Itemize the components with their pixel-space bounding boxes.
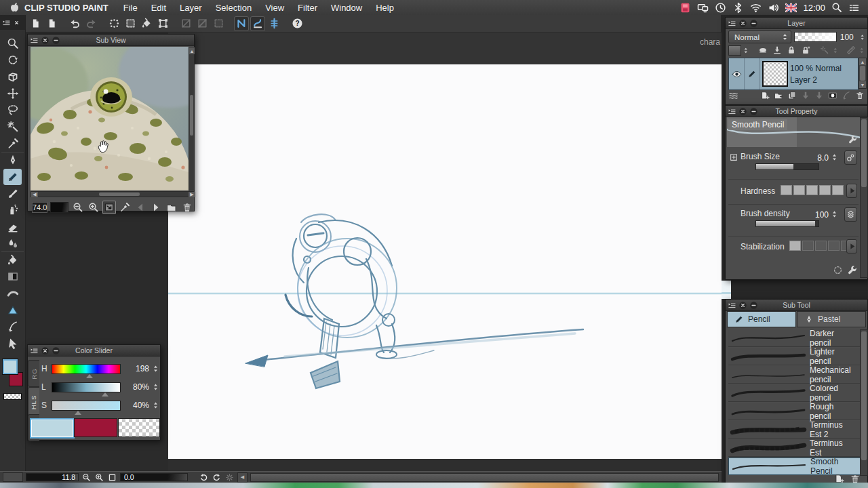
tool-auto-select[interactable] [3, 119, 22, 135]
sub-view-open-file-button[interactable] [165, 201, 178, 214]
tool-zoom[interactable] [3, 35, 22, 52]
merge-down-icon[interactable] [801, 91, 810, 100]
opacity-value[interactable]: 100 [840, 33, 853, 42]
sub-tool-scrollbar[interactable] [860, 329, 868, 476]
menu-file[interactable]: File [117, 3, 144, 13]
wrench-icon[interactable] [848, 135, 858, 145]
canvas-rotation-slider[interactable]: 0.0 [120, 473, 188, 481]
tool-eraser[interactable] [3, 219, 22, 235]
close-icon[interactable] [41, 36, 50, 45]
stepper-icon[interactable] [152, 363, 159, 374]
tool-fill[interactable] [3, 252, 22, 268]
sub-view-previous-button[interactable] [134, 201, 147, 214]
menu-help[interactable]: Help [369, 3, 401, 13]
spotlight-icon[interactable] [831, 2, 842, 13]
menu-selection[interactable]: Selection [209, 3, 258, 13]
document-tab[interactable]: chara [700, 37, 720, 47]
brush-size-pressure-button[interactable] [844, 150, 857, 165]
close-icon[interactable] [738, 107, 747, 116]
tool-figure[interactable] [3, 302, 22, 319]
flip-canvas-button[interactable] [195, 16, 210, 31]
recording-indicator-icon[interactable] [679, 2, 691, 14]
brush-density-slider[interactable] [755, 220, 819, 227]
layer-titlebar[interactable]: Layer [726, 18, 867, 29]
vertical-scrollbar[interactable]: ▲ [189, 47, 195, 190]
time-machine-icon[interactable] [715, 2, 726, 14]
opacity-stepper[interactable] [859, 33, 865, 42]
reference-image-toad[interactable] [31, 47, 189, 190]
hardness-blocks[interactable] [781, 185, 844, 195]
sub-tool-item-darker-pencil[interactable]: Darker pencil [728, 329, 861, 347]
tool-move[interactable] [3, 85, 22, 102]
zoom-in-button[interactable] [94, 472, 104, 483]
tool-rotate-view[interactable] [3, 52, 22, 68]
minimize-icon[interactable] [52, 346, 60, 355]
reference-layer-icon[interactable] [820, 45, 829, 55]
stabilization-blocks[interactable] [789, 241, 852, 251]
brush-size-slider[interactable] [755, 163, 819, 170]
tool-pencil[interactable] [3, 169, 22, 185]
layer-thumbnail[interactable] [762, 61, 788, 87]
crop-button[interactable] [211, 16, 226, 31]
minimize-icon[interactable] [749, 107, 758, 116]
layer-effects-icon[interactable] [728, 91, 738, 101]
snap-ruler-button[interactable] [234, 16, 249, 31]
canvas-zoom-slider[interactable]: 11.8 [26, 473, 79, 481]
blend-mode-dropdown[interactable]: Normal [728, 30, 791, 43]
flatten-icon[interactable] [814, 91, 824, 100]
close-icon[interactable] [738, 19, 747, 28]
sub-view-zoom-in-button[interactable] [87, 201, 100, 214]
minimize-icon[interactable] [52, 36, 60, 45]
color-slider-titlebar[interactable]: Color Slider [28, 345, 160, 357]
s-slider[interactable] [52, 401, 121, 411]
tool-property-scrollbar[interactable] [860, 117, 868, 278]
tool-gradient[interactable] [3, 268, 22, 285]
layer-visibility-icon[interactable] [732, 69, 742, 79]
tool-pen[interactable] [3, 152, 22, 168]
l-slider[interactable] [52, 382, 121, 392]
sub-tool-item-lighter-pencil[interactable]: Lighter pencil [728, 348, 861, 365]
clip-to-layer-icon[interactable] [772, 45, 782, 55]
fill-selection-button[interactable] [139, 16, 154, 31]
panel-menu-icon[interactable] [30, 36, 39, 45]
sub-tool-tab-pastel[interactable]: Pastel [797, 311, 866, 327]
menu-view[interactable]: View [258, 3, 291, 13]
menu-window[interactable]: Window [324, 3, 369, 13]
layer-color-swatch[interactable] [728, 45, 741, 56]
reset-tool-icon[interactable] [833, 265, 843, 275]
layer-color-stepper[interactable] [743, 46, 749, 55]
volume-icon[interactable] [768, 2, 779, 14]
transparent-color-swatch[interactable] [3, 393, 22, 400]
rotate-ccw-button[interactable] [199, 472, 209, 483]
redo-button[interactable] [83, 16, 98, 31]
lock-layer-icon[interactable] [787, 45, 796, 55]
brush-density-pressure-button[interactable] [844, 207, 857, 222]
layer-list-scrollbar[interactable]: ▲ ▼ [859, 58, 867, 89]
sub-view-fit-to-screen-button[interactable] [102, 201, 116, 214]
sub-view-zoom-out-button[interactable] [71, 201, 85, 214]
color-mode-tab-rg[interactable]: RG [28, 360, 39, 387]
stepper-icon[interactable] [152, 382, 159, 392]
tool-move-layer[interactable] [3, 68, 22, 85]
menu-filter[interactable]: Filter [291, 3, 324, 13]
sub-view-eyedropper-button[interactable] [118, 201, 132, 214]
canvas[interactable] [168, 64, 722, 459]
tool-settings-icon[interactable] [847, 265, 858, 276]
select-area-button[interactable] [123, 16, 138, 31]
fit-to-window-button[interactable] [107, 472, 117, 483]
transparent-color-swatch[interactable] [118, 418, 160, 437]
panel-menu-icon[interactable] [728, 19, 736, 28]
apple-menu-icon[interactable] [9, 2, 20, 13]
help-button[interactable]: ? [290, 16, 304, 31]
tool-correct-line[interactable] [3, 319, 22, 335]
sub-tool-item-mechanical-pencil[interactable]: Mechanical pencil [728, 366, 861, 384]
scroll-left-arrow[interactable]: ◀ [237, 472, 248, 483]
brush-size-stepper[interactable] [831, 152, 838, 163]
lock-transparent-icon[interactable] [801, 45, 810, 55]
sub-tool-item-rough-pencil[interactable]: Rough pencil [728, 403, 861, 420]
main-color-swatch[interactable] [3, 359, 18, 374]
delete-layer-icon[interactable] [855, 91, 865, 100]
layer-row-layer-2[interactable]: 100 % Normal Layer 2 [728, 58, 859, 90]
h-slider[interactable] [52, 364, 121, 374]
rotate-canvas-button[interactable] [178, 16, 193, 31]
